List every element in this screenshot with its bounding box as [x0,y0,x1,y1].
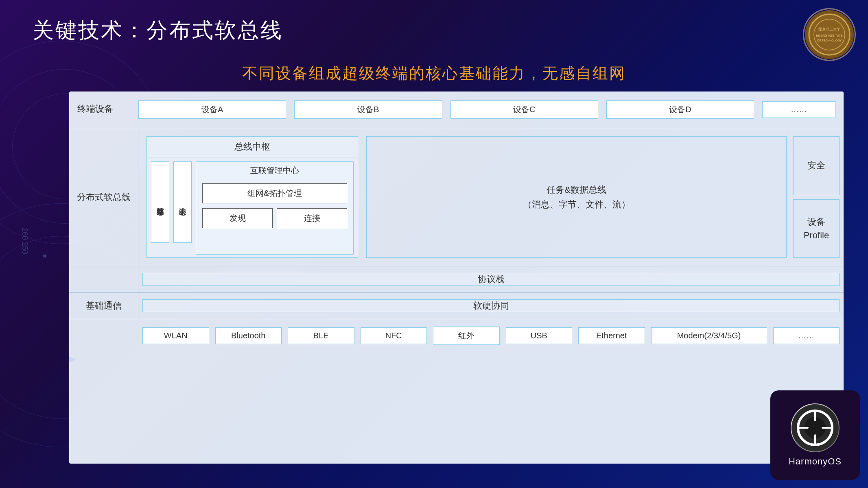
data-compute-center: 数据与计算中心 [151,161,169,243]
middle-section: 分布式软总线 总线中枢 数据与计算中心 决策中心 [69,128,844,266]
harmony-circle-icon [791,403,840,452]
profile-box: 设备Profile [793,199,840,258]
task-data-title: 任务&数据总线 （消息、字节、文件、流） [523,183,630,211]
discover-connect-row: 发现 连接 [202,208,347,228]
distributed-label: 分布式软总线 [69,128,138,266]
tech-ble: BLE [288,327,354,344]
tech-nfc: NFC [361,327,427,344]
discover-btn: 发现 [202,208,273,228]
device-a: 设备A [138,100,286,119]
tech-infrared: 红外 [433,327,500,345]
tech-wlan: WLAN [142,327,209,344]
interconnect-title: 互联管理中心 [196,162,353,179]
device-c: 设备C [450,100,598,119]
device-dots: …… [762,101,835,118]
logo-image: 北京理工大学 BEIJING INSTITUTE OF TECHNOLOGY [805,10,854,59]
tech-bluetooth: Bluetooth [215,327,282,344]
devices-row: 终端设备 设备A 设备B 设备C 设备D …… [69,92,844,128]
gauge-arrow-down: ▶ [69,354,75,364]
harmonyos-brand-text: HarmonyOS [789,456,842,467]
tech-more: …… [773,327,840,344]
main-diagram: 终端设备 设备A 设备B 设备C 设备D …… 分布式软总线 总线中枢 数据与计… [69,92,844,464]
tech-ethernet: Ethernet [578,327,645,344]
bus-hub-title: 总线中枢 [147,137,358,157]
security-box: 安全 [793,136,840,195]
protocol-row: 协议栈 [69,266,844,293]
tech-modem: Modem(2/3/4/5G) [651,327,767,344]
basic-comm-label: 基础通信 [69,293,138,319]
connect-btn: 连接 [277,208,347,228]
tech-row: WLAN Bluetooth BLE NFC 红外 USB Ethernet M… [69,319,844,352]
hw-coord-box: 软硬协同 [142,299,840,312]
school-logo: 北京理工大学 BEIJING INSTITUTE OF TECHNOLOGY [803,8,856,61]
network-mgmt: 组网&拓扑管理 [202,183,347,203]
decision-center: 决策中心 [173,161,192,243]
harmonyos-logo: HarmonyOS [770,390,860,480]
bus-hub: 总线中枢 数据与计算中心 决策中心 互联管理中心 [146,136,358,258]
page-title: 关键技术：分布式软总线 [33,16,283,45]
device-d: 设备D [606,100,754,119]
task-data-bus: 任务&数据总线 （消息、字节、文件、流） [366,136,787,258]
right-column: 安全 设备Profile [791,128,844,266]
subtitle: 不同设备组成超级终端的核心基础能力，无感自组网 [0,63,868,84]
hw-coord-row: 基础通信 软硬协同 [69,293,844,319]
device-b: 设备B [294,100,442,119]
protocol-label-empty [69,266,138,292]
terminal-label: 终端设备 [77,103,113,115]
gauge-arrow: ◄ [41,252,47,259]
svg-text:BEIJING INSTITUTE: BEIJING INSTITUTE [816,34,843,37]
svg-text:OF TECHNOLOGY: OF TECHNOLOGY [817,39,842,42]
diagram-inner: 终端设备 设备A 设备B 设备C 设备D …… 分布式软总线 总线中枢 数据与计… [69,92,844,464]
gauge-numbers: 260 250 [20,228,29,254]
protocol-stack-box: 协议栈 [142,273,840,286]
svg-text:北京理工大学: 北京理工大学 [818,27,840,31]
tech-usb: USB [506,327,573,344]
